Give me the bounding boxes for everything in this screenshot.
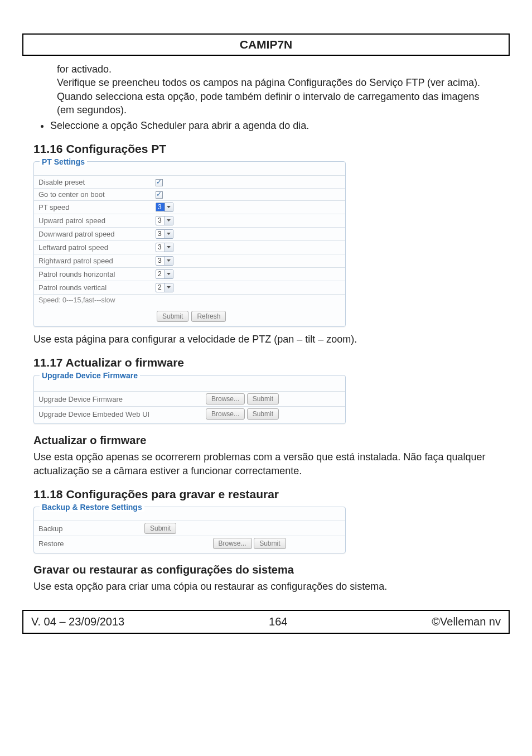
checkbox-go-center[interactable] [156,191,163,199]
backup-restore-panel: Backup & Restore Settings Backup Submit … [33,507,346,553]
continued-text-2: Verifique se preencheu todos os campos n… [57,76,499,117]
pt-settings-legend: PT Settings [40,157,87,166]
label-upgrade-webui: Upgrade Device Embeded Web UI [34,407,201,422]
label-disable-preset: Disable preset [34,176,151,188]
pt-buttons-row: Submit Refresh [34,306,345,322]
heading-firmware: 11.17 Actualizar o firmware [33,356,499,369]
label-upgrade-firmware: Upgrade Device Firmware [34,392,201,407]
select-pt-speed-value: 3 [156,203,165,211]
firmware-after-text: Use esta opção apenas se ocorrerem probl… [33,450,499,478]
select-rounds-v[interactable]: 2 [156,283,173,292]
backup-restore-after-text: Use esta opção para criar uma cópia ou r… [33,580,499,593]
row-go-center: Go to center on boot [34,188,345,200]
bullet-scheduler: Seleccione a opção Scheduler para abrir … [50,119,499,132]
select-rounds-h[interactable]: 2 [156,269,173,279]
select-rounds-h-value: 2 [156,270,165,278]
bullet-list: Seleccione a opção Scheduler para abrir … [33,119,499,132]
chevron-down-icon [165,216,173,225]
pt-after-text: Use esta página para configurar a veloci… [33,333,499,346]
label-down-speed: Downward patrol speed [34,227,151,240]
checkbox-disable-preset[interactable] [156,179,163,186]
page-header: CAMIP7N [22,33,510,56]
chevron-down-icon [165,270,173,278]
chevron-down-icon [165,257,173,265]
continued-text-1: for activado. [57,62,499,76]
submit-button[interactable]: Submit [144,523,176,534]
page-footer: V. 04 – 23/09/2013 164 ©Velleman nv [22,610,510,634]
footer-copyright: ©Velleman nv [432,615,501,628]
select-rounds-v-value: 2 [156,283,165,291]
select-right-speed[interactable]: 3 [156,256,173,266]
row-speed-footnote: Speed: 0---15,fast---slow [34,294,345,306]
label-go-center: Go to center on boot [34,188,151,200]
row-down-speed: Downward patrol speed 3 [34,227,345,240]
row-rounds-h: Patrol rounds horizontal 2 [34,267,345,281]
label-backup: Backup [34,521,140,536]
sub-heading-firmware: Actualizar o firmware [33,434,499,447]
row-upgrade-firmware: Upgrade Device Firmware Browse... Submit [34,392,345,407]
submit-button[interactable]: Submit [157,311,188,322]
select-left-speed[interactable]: 3 [156,243,173,252]
refresh-button[interactable]: Refresh [191,311,226,322]
label-rounds-v: Patrol rounds vertical [34,281,151,294]
label-speed-footnote: Speed: 0---15,fast---slow [34,294,345,306]
select-down-speed-value: 3 [156,230,165,238]
sub-heading-backup-restore: Gravar ou restaurar as configurações do … [33,564,499,576]
row-pt-speed: PT speed 3 [34,200,345,214]
footer-page-number: 164 [269,615,287,628]
label-restore: Restore [34,536,140,551]
heading-backup-restore: 11.18 Configurações para gravar e restau… [33,488,499,501]
row-up-speed: Upward patrol speed 3 [34,214,345,227]
backup-restore-legend: Backup & Restore Settings [40,503,144,512]
firmware-panel: Upgrade Device Firmware Upgrade Device F… [33,375,346,424]
submit-button[interactable]: Submit [247,393,279,405]
select-up-speed[interactable]: 3 [156,216,173,225]
pt-settings-panel: PT Settings Disable preset Go to center … [33,161,346,327]
backup-restore-table: Backup Submit Restore Browse... Submit [34,521,345,551]
chevron-down-icon [165,203,173,211]
heading-pt-settings: 11.16 Configurações PT [33,142,499,156]
label-up-speed: Upward patrol speed [34,214,151,227]
chevron-down-icon [165,243,173,252]
chevron-down-icon [165,283,173,292]
row-backup: Backup Submit [34,521,345,536]
submit-button[interactable]: Submit [254,538,286,549]
select-down-speed[interactable]: 3 [156,229,173,239]
firmware-legend: Upgrade Device Firmware [40,371,140,380]
label-pt-speed: PT speed [34,200,151,214]
label-right-speed: Rightward patrol speed [34,254,151,267]
select-pt-speed[interactable]: 3 [156,203,173,212]
select-up-speed-value: 3 [156,216,165,224]
row-right-speed: Rightward patrol speed 3 [34,254,345,267]
row-rounds-v: Patrol rounds vertical 2 [34,281,345,294]
browse-button[interactable]: Browse... [206,393,245,405]
firmware-table: Upgrade Device Firmware Browse... Submit… [34,391,345,421]
select-left-speed-value: 3 [156,243,165,251]
row-restore: Restore Browse... Submit [34,536,345,551]
select-right-speed-value: 3 [156,257,165,264]
header-title: CAMIP7N [240,38,293,51]
row-left-speed: Leftward patrol speed 3 [34,240,345,254]
browse-button[interactable]: Browse... [206,408,245,420]
pt-settings-table: Disable preset Go to center on boot PT s… [34,175,345,306]
browse-button[interactable]: Browse... [213,538,252,549]
chevron-down-icon [165,230,173,238]
row-disable-preset: Disable preset [34,176,345,188]
submit-button[interactable]: Submit [247,408,279,420]
label-rounds-h: Patrol rounds horizontal [34,267,151,281]
footer-version: V. 04 – 23/09/2013 [31,615,124,628]
label-left-speed: Leftward patrol speed [34,240,151,254]
row-upgrade-webui: Upgrade Device Embeded Web UI Browse... … [34,407,345,422]
